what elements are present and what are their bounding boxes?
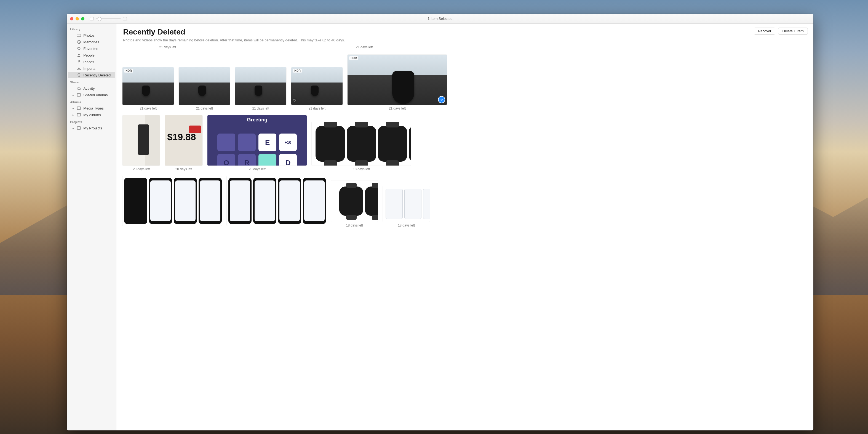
content-header: Recently Deleted Photos and videos show …	[116, 24, 813, 45]
photos-icon	[77, 33, 81, 37]
sidebar-item-my-projects[interactable]: ▸My Projects	[68, 125, 115, 131]
phone-mockup	[278, 178, 301, 224]
phone-mockup	[253, 178, 276, 224]
phone-mockup	[174, 178, 197, 224]
sidebar-item-label: Activity	[83, 86, 112, 91]
sidebar-toggle-button[interactable]	[90, 17, 94, 21]
photo-thumbnail[interactable]: HDR	[347, 55, 447, 105]
sidebar-item-imports[interactable]: Imports	[68, 65, 115, 72]
disclosure-triangle-icon[interactable]: ▸	[72, 107, 74, 110]
photo-thumbnail[interactable]: HDR	[291, 67, 343, 105]
sidebar-item-label: People	[83, 53, 112, 57]
photo-cell[interactable]: GreetingE+10ORD20 days left	[208, 115, 307, 171]
phone-mockup	[404, 189, 422, 219]
photo-thumbnail[interactable]	[122, 176, 222, 226]
disclosure-triangle-icon[interactable]: ▸	[72, 94, 74, 97]
sidebar-item-my-albums[interactable]: ▸My Albums	[68, 112, 115, 118]
sidebar-item-label: Memories	[83, 40, 112, 44]
photo-caption: 18 days left	[353, 167, 370, 171]
photo-cell[interactable]: $19.8820 days left	[165, 115, 203, 171]
photo-thumbnail[interactable]: HDR	[122, 67, 174, 105]
heart-icon	[77, 46, 81, 51]
album-icon	[77, 126, 81, 130]
sidebar-section-header: Projects	[67, 118, 116, 125]
sidebar-item-places[interactable]: Places	[68, 59, 115, 65]
sidebar-item-photos[interactable]: Photos	[68, 32, 115, 39]
photo-thumbnail[interactable]	[179, 67, 230, 105]
photo-thumbnail[interactable]: $19.88	[165, 115, 203, 165]
sidebar-item-favorites[interactable]: Favorites	[68, 45, 115, 52]
photo-caption: 20 days left	[176, 167, 192, 171]
header-actions: Recover Delete 1 Item	[754, 28, 808, 34]
photo-thumbnail[interactable]	[312, 122, 411, 165]
photo-thumbnail[interactable]	[331, 181, 378, 222]
watch-mockup	[315, 126, 345, 162]
sidebar-item-label: Recently Deleted	[83, 73, 112, 77]
main-content: Recently Deleted Photos and videos show …	[116, 24, 813, 430]
disclosure-triangle-icon[interactable]: ▸	[72, 114, 74, 117]
sidebar-item-memories[interactable]: Memories	[68, 39, 115, 45]
photo-cell[interactable]: 18 days left	[312, 122, 411, 171]
phone-mockup	[423, 189, 430, 219]
cloud-icon	[77, 86, 81, 91]
minimize-window-button[interactable]	[75, 17, 79, 21]
photo-cell[interactable]: HDR21 days left	[347, 55, 447, 111]
watch-mockup	[347, 126, 376, 162]
photo-thumbnail[interactable]	[122, 115, 160, 165]
hdr-badge: HDR	[349, 56, 358, 60]
hdr-badge: HDR	[293, 69, 302, 72]
recover-button[interactable]: Recover	[754, 28, 775, 34]
page-title: Recently Deleted	[123, 28, 806, 36]
phone-mockup	[149, 178, 172, 224]
letter-tile: R	[238, 154, 256, 165]
photo-cell[interactable]: HDR21 days left	[122, 67, 174, 111]
photo-thumbnail[interactable]	[235, 67, 286, 105]
photo-thumbnail[interactable]	[383, 186, 430, 222]
photo-thumbnail[interactable]	[227, 176, 326, 226]
photo-thumbnail[interactable]: GreetingE+10ORD	[208, 115, 307, 165]
photo-cell[interactable]	[122, 176, 222, 227]
sidebar-section-header: Albums	[67, 98, 116, 105]
photo-cell[interactable]: HDR21 days left	[291, 67, 343, 111]
photo-cell[interactable]: 20 days left	[122, 115, 160, 171]
letter-tile: E	[258, 133, 276, 152]
fullscreen-window-button[interactable]	[81, 17, 84, 21]
photo-caption: 20 days left	[133, 167, 150, 171]
photo-caption: 21 days left	[140, 106, 157, 111]
disclosure-triangle-icon[interactable]: ▸	[72, 127, 74, 130]
letter-tile: D	[279, 154, 297, 165]
sidebar-item-recently-deleted[interactable]: Recently Deleted	[68, 72, 115, 79]
sidebar-item-label: Shared Albums	[83, 93, 112, 97]
pin-icon	[77, 60, 81, 64]
sidebar-item-shared-albums[interactable]: ▸Shared Albums	[68, 92, 115, 98]
photo-cell[interactable]	[227, 176, 326, 227]
delete-button[interactable]: Delete 1 Item	[778, 28, 808, 34]
close-window-button[interactable]	[70, 17, 73, 21]
grid-row: HDR21 days left21 days left21 days leftH…	[122, 55, 807, 111]
photo-cell[interactable]: 18 days left	[331, 181, 378, 227]
album-icon	[77, 106, 81, 111]
photo-cell[interactable]: 21 days left	[235, 67, 286, 111]
sidebar-item-label: Places	[83, 60, 112, 64]
zoom-slider[interactable]	[96, 18, 121, 19]
letter-tile	[238, 133, 256, 152]
thumbnail-size-button[interactable]	[123, 17, 127, 21]
svg-rect-6	[77, 94, 81, 96]
sidebar-item-media-types[interactable]: ▸Media Types	[68, 105, 115, 112]
photo-caption: 21 days left	[196, 106, 213, 111]
sidebar-item-people[interactable]: People	[68, 52, 115, 59]
watch-mockup	[378, 126, 407, 162]
watch-mockup	[339, 187, 363, 216]
svg-rect-1	[77, 34, 81, 35]
sidebar-item-activity[interactable]: Activity	[68, 85, 115, 92]
memories-icon	[77, 40, 81, 44]
svg-point-4	[78, 60, 80, 62]
letter-tile	[217, 133, 235, 152]
sale-tag	[189, 126, 201, 133]
greeting-title: Greeting	[208, 117, 307, 123]
photo-cell[interactable]: 18 days left	[383, 186, 430, 227]
person-icon	[77, 53, 81, 57]
grid-row: 18 days left18 days left	[122, 176, 807, 227]
photo-cell[interactable]: 21 days left	[179, 67, 230, 111]
photo-grid[interactable]: 21 days left21 days leftHDR21 days left2…	[116, 45, 813, 430]
